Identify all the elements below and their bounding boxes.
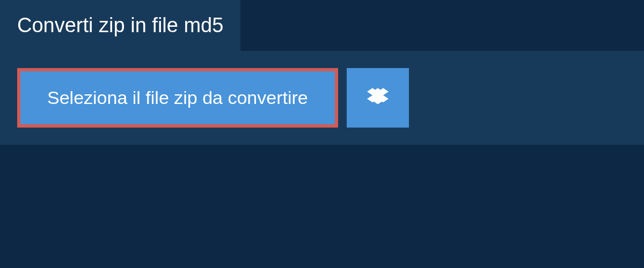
dropbox-button[interactable]: [347, 68, 409, 128]
select-file-label: Seleziona il file zip da convertire: [47, 87, 308, 108]
select-file-button[interactable]: Seleziona il file zip da convertire: [17, 68, 338, 128]
button-row: Seleziona il file zip da convertire: [17, 68, 627, 128]
content-panel: Seleziona il file zip da convertire: [0, 51, 644, 145]
page-title: Converti zip in file md5: [17, 14, 223, 37]
header-bar: Converti zip in file md5: [0, 0, 240, 51]
dropbox-icon: [367, 86, 389, 109]
